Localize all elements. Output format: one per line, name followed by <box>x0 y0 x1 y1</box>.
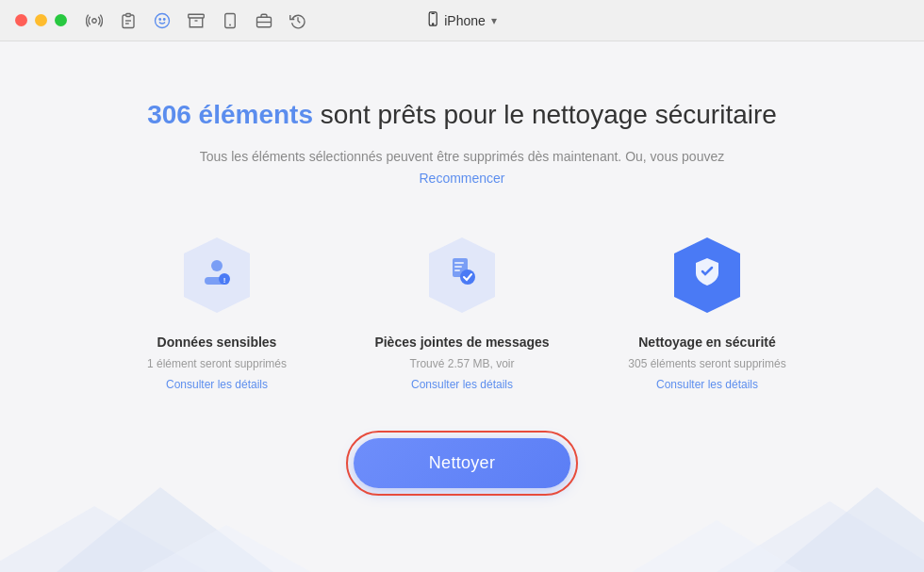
shield-icon <box>690 254 724 296</box>
svg-rect-21 <box>454 262 464 264</box>
card-link-security[interactable]: Consulter les détails <box>656 378 758 391</box>
briefcase-icon[interactable] <box>256 12 272 29</box>
svg-point-16 <box>211 260 223 271</box>
device-selector[interactable]: iPhone ▾ <box>427 11 497 29</box>
svg-point-24 <box>460 270 475 285</box>
card-desc-sensitive: 1 élément seront supprimés <box>147 355 287 372</box>
svg-point-0 <box>92 18 97 23</box>
recommencer-link[interactable]: Recommencer <box>419 171 504 186</box>
toolbar-icons <box>86 12 306 29</box>
clean-button-wrap: Nettoyer <box>354 438 570 488</box>
svg-rect-22 <box>454 266 462 268</box>
card-desc-messages: Trouvé 2.57 MB, voir <box>410 355 515 372</box>
svg-rect-7 <box>189 14 205 18</box>
podcast-icon[interactable] <box>86 12 103 29</box>
headline-count: 306 éléments <box>147 100 313 129</box>
card-title-security: Nettoyage en sécurité <box>638 335 776 350</box>
face-icon[interactable] <box>154 12 171 29</box>
card-sensitive-data: ! Données sensibles 1 élément seront sup… <box>123 233 311 391</box>
card-icon-security <box>665 233 750 318</box>
device-name: iPhone <box>444 13 486 28</box>
card-title-messages: Pièces jointes de messages <box>374 335 549 350</box>
card-link-messages[interactable]: Consulter les détails <box>411 378 513 391</box>
main-content: 306 éléments sont prêts pour le nettoyag… <box>0 41 924 507</box>
cards-row: ! Données sensibles 1 élément seront sup… <box>123 233 801 391</box>
person-icon: ! <box>200 254 234 296</box>
svg-point-5 <box>159 18 161 20</box>
chevron-down-icon: ▾ <box>491 14 497 27</box>
svg-rect-1 <box>126 13 131 16</box>
close-button[interactable] <box>15 14 27 26</box>
card-title-sensitive: Données sensibles <box>157 335 277 350</box>
card-security-clean: Nettoyage en sécurité 305 éléments seron… <box>613 233 801 391</box>
document-icon <box>445 254 479 296</box>
card-icon-messages <box>420 233 504 318</box>
svg-point-15 <box>433 24 434 25</box>
window-controls <box>15 14 67 26</box>
history-icon[interactable] <box>289 12 306 29</box>
clipboard-icon[interactable] <box>120 12 137 29</box>
titlebar: iPhone ▾ <box>0 0 924 41</box>
clean-button-border <box>346 431 578 496</box>
archive-icon[interactable] <box>188 12 205 29</box>
subtitle-text: Tous les éléments sélectionnés peuvent ê… <box>200 147 724 167</box>
headline: 306 éléments sont prêts pour le nettoyag… <box>147 98 777 132</box>
card-icon-sensitive: ! <box>174 233 259 318</box>
minimize-button[interactable] <box>35 14 47 26</box>
svg-point-6 <box>164 18 166 20</box>
svg-point-4 <box>156 13 170 27</box>
card-message-attachments: Pièces jointes de messages Trouvé 2.57 M… <box>368 233 556 391</box>
card-desc-security: 305 éléments seront supprimés <box>628 355 785 372</box>
headline-rest: sont prêts pour le nettoyage sécuritaire <box>313 100 777 129</box>
maximize-button[interactable] <box>55 14 67 26</box>
svg-text:!: ! <box>223 276 226 285</box>
iphone-icon <box>427 11 438 29</box>
svg-rect-23 <box>454 270 460 271</box>
tablet-icon[interactable] <box>222 12 239 29</box>
card-link-sensitive[interactable]: Consulter les détails <box>166 378 268 391</box>
